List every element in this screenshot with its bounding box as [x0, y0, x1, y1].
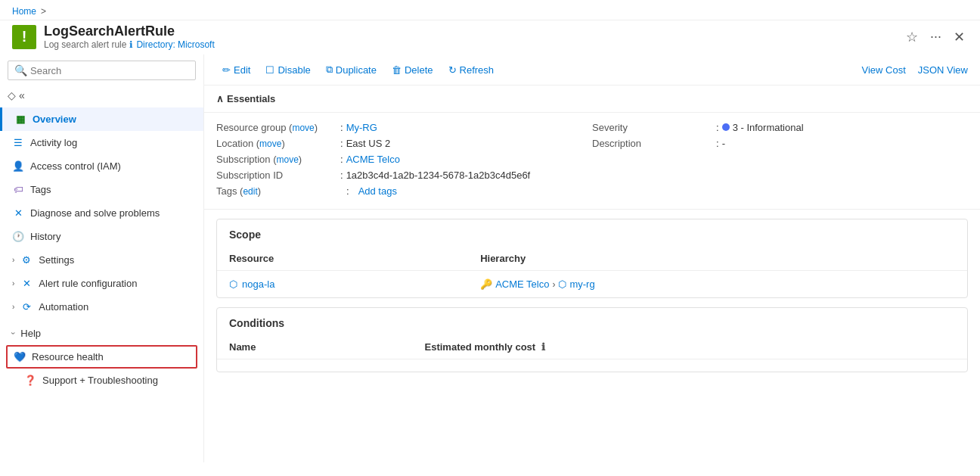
edit-label: Edit: [234, 64, 250, 76]
sidebar-item-label-alert-config: Alert rule configuration: [39, 278, 137, 289]
star-button[interactable]: ☆: [903, 26, 921, 48]
location-move-link[interactable]: move: [259, 138, 281, 149]
subscription-id-row: Subscription ID : 1a2b3c4d-1a2b-1234-567…: [216, 170, 592, 181]
subscription-label: Subscription (move): [216, 154, 337, 165]
essentials-left-col: Resource group (move) : My-RG Location (…: [216, 122, 592, 200]
search-icon: 🔍: [14, 64, 27, 76]
scope-table-row: ⬡ noga-la 🔑 ACME Telco › ⬡ my-rg: [217, 271, 967, 298]
sidebar-item-diagnose[interactable]: ✕ Diagnose and solve problems: [0, 201, 203, 225]
sidebar-icon-row: ◇ «: [0, 86, 203, 104]
sidebar-item-label-history: History: [30, 231, 60, 242]
severity-value: 3 - Informational: [733, 122, 804, 133]
location-row: Location (move) : East US 2: [216, 138, 592, 149]
resource-cell-icon: ⬡: [229, 278, 237, 290]
resource-group-label: Resource group (move): [216, 122, 337, 133]
scope-resource-link[interactable]: noga-la: [242, 278, 274, 290]
breadcrumb: Home >: [12, 6, 46, 17]
settings-icon: ⚙: [20, 254, 33, 266]
disable-label: Disable: [278, 64, 310, 76]
edit-button[interactable]: ✏ Edit: [216, 61, 256, 79]
more-options-button[interactable]: ···: [927, 26, 944, 48]
toolbar: ✏ Edit ☐ Disable ⧉ Duplicate 🗑 Delete ↻ …: [204, 54, 980, 86]
disable-button[interactable]: ☐ Disable: [259, 61, 316, 79]
subscription-move-link[interactable]: move: [277, 154, 299, 165]
add-tags-link[interactable]: Add tags: [358, 185, 397, 197]
scope-col-hierarchy: Hierarchy: [468, 247, 967, 271]
iam-icon: 👤: [12, 160, 24, 172]
alert-config-icon: ✕: [20, 278, 33, 289]
sidebar-item-resource-health[interactable]: 💙 Resource health: [6, 345, 197, 369]
resource-header-actions: ☆ ··· ✕: [903, 26, 968, 48]
disable-icon: ☐: [265, 64, 274, 76]
sidebar-item-settings[interactable]: › ⚙ Settings: [0, 248, 203, 272]
essentials-toggle[interactable]: ∧ Essentials: [216, 93, 275, 104]
resource-name: LogSearchAlertRule: [44, 23, 215, 39]
resource-title-block: LogSearchAlertRule Log search alert rule…: [44, 23, 215, 50]
automation-expand-icon: ›: [12, 303, 14, 311]
directory-link[interactable]: Directory: Microsoft: [136, 39, 214, 50]
sidebar-item-overview[interactable]: ▦ Overview: [0, 107, 203, 131]
refresh-icon: ↻: [448, 64, 457, 76]
sidebar-item-activity-log[interactable]: ☰ Activity log: [0, 131, 203, 154]
history-icon: 🕐: [12, 231, 24, 242]
duplicate-button[interactable]: ⧉ Duplicate: [320, 61, 383, 79]
hierarchy-separator-icon: ›: [552, 279, 555, 290]
view-cost-link[interactable]: View Cost: [861, 64, 905, 76]
search-input[interactable]: [30, 65, 189, 76]
breadcrumb-bar: Home >: [0, 0, 980, 20]
resource-group-move-link[interactable]: move: [292, 123, 314, 133]
support-icon: ❓: [24, 375, 36, 386]
hierarchy-org-link[interactable]: ACME Telco: [495, 278, 549, 290]
hierarchy-rg-link[interactable]: my-rg: [569, 278, 594, 290]
close-button[interactable]: ✕: [951, 26, 968, 48]
delete-button[interactable]: 🗑 Delete: [386, 61, 439, 79]
sidebar-collapse-icon[interactable]: «: [19, 89, 25, 101]
tags-edit-link[interactable]: edit: [243, 186, 257, 197]
conditions-table-row-placeholder: [217, 359, 967, 372]
refresh-button[interactable]: ↻ Refresh: [442, 61, 501, 79]
tag-icon: 🏷: [12, 184, 24, 195]
conditions-info-icon: ℹ: [541, 341, 545, 353]
json-view-link[interactable]: JSON View: [918, 64, 968, 76]
overview-icon: ▦: [14, 114, 26, 125]
sidebar-item-access-control[interactable]: 👤 Access control (IAM): [0, 154, 203, 178]
sidebar-item-label-automation: Automation: [39, 301, 88, 313]
automation-icon: ⟳: [20, 301, 33, 313]
sidebar-item-tags[interactable]: 🏷 Tags: [0, 178, 203, 201]
sidebar-item-label-access-control: Access control (IAM): [30, 160, 121, 172]
sidebar-item-history[interactable]: 🕐 History: [0, 225, 203, 248]
tags-label: Tags (edit): [216, 185, 337, 197]
sidebar-item-automation[interactable]: › ⟳ Automation: [0, 295, 203, 319]
scope-col-resource: Resource: [217, 247, 468, 271]
resource-header: ! LogSearchAlertRule Log search alert ru…: [0, 20, 980, 54]
search-box[interactable]: 🔍: [8, 61, 196, 80]
resource-group-value[interactable]: My-RG: [346, 122, 377, 133]
sidebar-item-support[interactable]: ❓ Support + Troubleshooting: [0, 369, 203, 392]
breadcrumb-separator: >: [41, 6, 46, 17]
heart-icon: 💙: [14, 351, 26, 362]
subscription-value[interactable]: ACME Telco: [346, 154, 400, 165]
breadcrumb-home[interactable]: Home: [12, 6, 36, 17]
sidebar-item-label-activity-log: Activity log: [30, 137, 77, 148]
sidebar-item-alert-rule-config[interactable]: › ✕ Alert rule configuration: [0, 272, 203, 295]
resource-group-row: Resource group (move) : My-RG: [216, 122, 592, 133]
settings-expand-icon: ›: [12, 256, 14, 264]
resource-subtitle: Log search alert rule ℹ Directory: Micro…: [44, 39, 215, 50]
sidebar-item-label-support: Support + Troubleshooting: [42, 375, 158, 386]
resource-type-label: Log search alert rule: [44, 39, 126, 50]
description-value: -: [722, 138, 725, 149]
help-expand-icon: ›: [9, 332, 17, 334]
subscription-id-label: Subscription ID: [216, 170, 337, 181]
conditions-col-cost: Estimated monthly cost ℹ: [413, 335, 967, 359]
scope-table: Resource Hierarchy ⬡ noga-la: [217, 247, 967, 297]
sidebar-help-group[interactable]: › Help: [0, 322, 203, 345]
scope-section: Scope Resource Hierarchy ⬡ noga-la: [216, 219, 968, 298]
essentials-right-col: Severity : 3 - Informational Description…: [592, 122, 968, 200]
resource-icon: !: [12, 25, 36, 49]
essentials-chevron-icon: ∧: [216, 93, 224, 104]
duplicate-icon: ⧉: [326, 64, 333, 76]
scope-title: Scope: [217, 219, 967, 247]
sidebar-item-label-diagnose: Diagnose and solve problems: [30, 207, 160, 219]
sidebar-pin-icon[interactable]: ◇: [8, 89, 16, 101]
sidebar-item-label-settings: Settings: [39, 254, 74, 266]
